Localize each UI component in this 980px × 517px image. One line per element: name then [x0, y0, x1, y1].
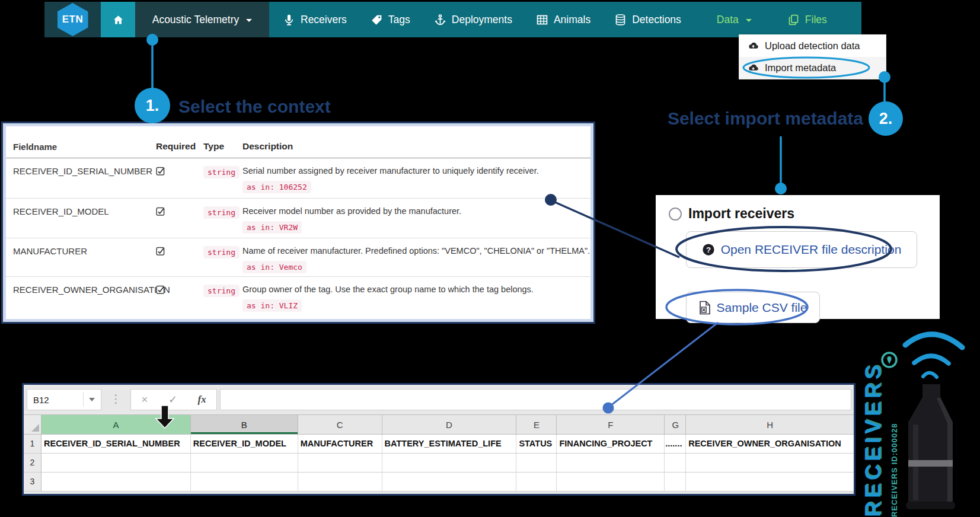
- cell-e1[interactable]: STATUS: [516, 435, 557, 454]
- nav-detections-label: Detections: [632, 14, 681, 26]
- column-header-c[interactable]: C: [298, 414, 382, 435]
- question-circle-icon: ?: [702, 243, 715, 256]
- cell-b2[interactable]: [191, 454, 298, 473]
- nav-files-label: Files: [805, 14, 827, 26]
- excel-file-icon: [699, 301, 711, 315]
- cloud-upload-icon: [748, 40, 759, 52]
- nav-receivers[interactable]: Receivers: [273, 2, 357, 37]
- fx-icon[interactable]: fx: [198, 394, 206, 406]
- cell-c3[interactable]: [298, 473, 382, 492]
- import-receivers-panel: Import receivers ? Open RECEIVER file de…: [656, 195, 940, 319]
- import-receivers-radio[interactable]: [669, 208, 682, 221]
- field-name: RECEIVER_OWNER_ORGANISATION: [6, 285, 156, 295]
- anchor-icon: [434, 14, 446, 26]
- cell-name-box[interactable]: B12: [27, 389, 101, 410]
- cell-g2[interactable]: [665, 454, 686, 473]
- data-dropdown-menu: Upload detection data Import metadata: [739, 34, 886, 79]
- formula-bar[interactable]: [220, 389, 851, 410]
- column-header-a[interactable]: A: [42, 414, 191, 435]
- cancel-icon[interactable]: ×: [141, 393, 148, 406]
- checked-checkbox-icon: [156, 207, 165, 216]
- field-description-table: Fieldname Required Type Description RECE…: [1, 122, 595, 324]
- nav-data[interactable]: Data: [707, 2, 762, 37]
- caret-down-icon: [246, 19, 252, 22]
- cell-f1[interactable]: FINANCING_PROJECT: [557, 435, 665, 454]
- cell-f3[interactable]: [557, 473, 665, 492]
- cell-d1[interactable]: BATTERY_ESTIMATED_LIFE: [382, 435, 517, 454]
- enter-icon[interactable]: ✓: [168, 393, 177, 406]
- cell-a2[interactable]: [42, 454, 191, 473]
- page: ETN Acoustic Telemetry Receivers: [0, 0, 980, 517]
- step-1-label: Select the context: [178, 97, 331, 117]
- formula-controls: × ✓ fx: [130, 389, 217, 410]
- field-description: Serial number assigned by receiver manuf…: [242, 166, 590, 175]
- nav-acoustic-telemetry[interactable]: Acoustic Telemetry: [135, 2, 269, 37]
- checked-checkbox-icon: [156, 285, 165, 295]
- column-header-h[interactable]: H: [686, 414, 854, 435]
- header-required: Required: [156, 141, 203, 152]
- svg-text:?: ?: [706, 245, 711, 254]
- column-header-e[interactable]: E: [516, 414, 557, 435]
- wifi-signal-icon: [905, 334, 962, 347]
- cell-c2[interactable]: [298, 454, 382, 473]
- table-row: RECEIVER_ID_SERIAL_NUMBER string Serial …: [6, 158, 590, 199]
- header-type: Type: [203, 141, 242, 152]
- column-header-g[interactable]: G: [665, 414, 686, 435]
- nav-home-button[interactable]: [101, 2, 135, 37]
- name-box-caret-icon[interactable]: [89, 398, 95, 401]
- column-header-b[interactable]: B: [191, 414, 298, 435]
- select-all-corner[interactable]: [24, 414, 42, 435]
- receiver-device-base: [906, 502, 955, 509]
- cell-h1[interactable]: RECEIVER_OWNER_ORGANISATION: [686, 435, 854, 454]
- nav-animals[interactable]: Animals: [526, 2, 601, 37]
- cell-f2[interactable]: [557, 454, 665, 473]
- cell-a3[interactable]: [42, 473, 191, 492]
- nav-deployments[interactable]: Deployments: [424, 2, 522, 37]
- cell-b3[interactable]: [191, 473, 298, 492]
- microphone-icon: [283, 14, 295, 26]
- menu-item-import-metadata[interactable]: Import metadata: [739, 57, 886, 79]
- etn-logo[interactable]: ETN: [44, 2, 101, 37]
- nav-deployments-label: Deployments: [452, 14, 512, 26]
- row-number[interactable]: 2: [24, 454, 42, 473]
- menu-item-upload-detection-data[interactable]: Upload detection data: [739, 35, 886, 57]
- step-1-badge: 1.: [135, 88, 170, 123]
- column-header-row: A B C D E F G H: [24, 414, 854, 435]
- cell-g1[interactable]: .......: [665, 435, 686, 454]
- sample-csv-file-button[interactable]: Sample CSV file: [686, 292, 820, 323]
- import-receivers-title: Import receivers: [688, 206, 794, 222]
- nav-tags[interactable]: Tags: [360, 2, 420, 37]
- spreadsheet-row-1: 1 RECEIVER_ID_SERIAL_NUMBER RECEIVER_ID_…: [24, 435, 854, 454]
- cell-g3[interactable]: [665, 473, 686, 492]
- tag-icon: [371, 14, 383, 26]
- spreadsheet-row-3: 3: [24, 473, 854, 492]
- step-2-number: 2.: [879, 110, 893, 128]
- type-badge: string: [203, 285, 240, 297]
- type-badge: string: [203, 166, 240, 178]
- name-box-divider: [83, 392, 84, 407]
- cell-d2[interactable]: [382, 454, 517, 473]
- receivers-id-vertical-label: RECEIVERS ID:000028: [890, 372, 903, 517]
- field-example: as in: VR2W: [242, 221, 302, 234]
- column-header-d[interactable]: D: [382, 414, 517, 435]
- row-number[interactable]: 3: [24, 473, 42, 492]
- cell-a1[interactable]: RECEIVER_ID_SERIAL_NUMBER: [42, 435, 191, 454]
- cell-e2[interactable]: [516, 454, 557, 473]
- cell-c1[interactable]: MANUFACTURER: [298, 435, 382, 454]
- row-number[interactable]: 1: [24, 435, 42, 454]
- field-example: as in: 106252: [242, 181, 311, 193]
- open-receiver-file-description-button[interactable]: ? Open RECEIVER file description: [686, 231, 917, 268]
- cell-d3[interactable]: [382, 473, 517, 492]
- column-header-f[interactable]: F: [557, 414, 665, 435]
- table-row: RECEIVER_ID_MODEL string Receiver model …: [6, 199, 590, 238]
- cell-h2[interactable]: [686, 454, 854, 473]
- nav-animals-label: Animals: [554, 14, 590, 26]
- nav-files[interactable]: Files: [777, 2, 837, 37]
- nav-detections[interactable]: Detections: [604, 2, 691, 37]
- cell-b1[interactable]: RECEIVER_ID_MODEL: [191, 435, 298, 454]
- cell-h3[interactable]: [686, 473, 854, 492]
- copy-pages-icon: [787, 14, 800, 26]
- type-badge: string: [203, 206, 240, 219]
- name-box-value: B12: [27, 395, 83, 405]
- cell-e3[interactable]: [516, 473, 557, 492]
